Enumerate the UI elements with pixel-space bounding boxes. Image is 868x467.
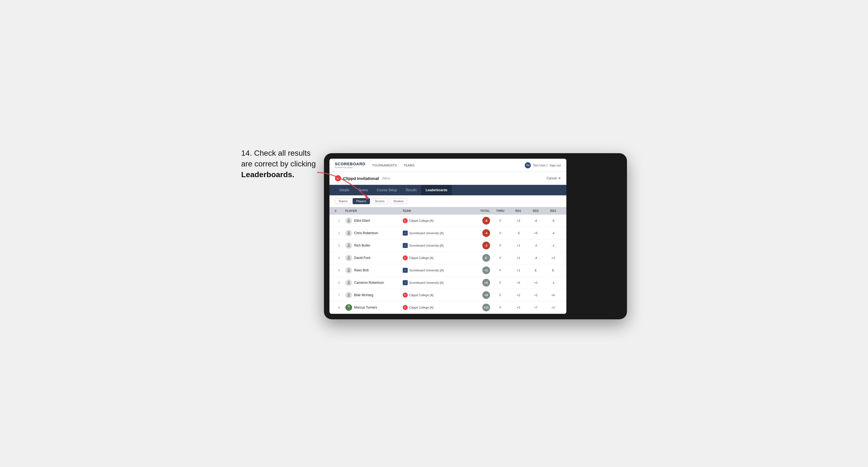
col-team: TEAM	[403, 209, 466, 212]
instruction-text: 14. Check all results are correct by cli…	[241, 148, 316, 180]
svg-marker-0	[365, 194, 369, 199]
filter-scores-button[interactable]: Scores	[372, 198, 388, 204]
avatar	[345, 242, 352, 249]
avatar	[345, 292, 352, 299]
team-cell: C Clippd College [A]	[403, 305, 466, 310]
user-name: Test User |	[533, 164, 547, 167]
col-player: PLAYER	[345, 209, 401, 212]
rd1-cell: +2	[511, 293, 526, 297]
avatar	[345, 255, 352, 261]
col-rank: #	[335, 209, 343, 212]
row-rank: 3	[335, 244, 343, 247]
sign-out-link[interactable]: Sign out	[550, 164, 561, 167]
table-row: 8 Marcus Turners C Clipp	[330, 302, 566, 314]
cancel-label: Cancel	[547, 176, 557, 180]
team-icon: C	[403, 218, 408, 223]
player-cell: Rich Butler	[345, 242, 401, 249]
player-cell: Chris Robertson	[345, 230, 401, 237]
rd3-cell: +6	[546, 293, 561, 297]
score-badge: +1	[482, 267, 490, 274]
table-row: 7 Blair McHarg C Clippd College [A] +9	[330, 289, 566, 302]
score-badge: -2	[482, 242, 490, 249]
svg-point-6	[348, 281, 350, 283]
player-cell: Blair McHarg	[345, 292, 401, 299]
nav-teams[interactable]: TEAMS	[404, 162, 414, 168]
svg-point-4	[348, 256, 350, 258]
player-name: Marcus Turners	[354, 306, 377, 309]
player-name: Rich Butler	[354, 244, 371, 247]
rd1-cell: +1	[511, 244, 526, 247]
player-cell: Rees Britt	[345, 267, 401, 274]
filter-strokes-button[interactable]: Strokes	[390, 198, 407, 204]
nav-tournaments[interactable]: TOURNAMENTS	[372, 162, 397, 168]
rd2-cell: +1	[528, 293, 544, 297]
rd1-cell: +5	[511, 281, 526, 284]
table-row: 5 Rees Britt ≡ Scoreboard University [A]…	[330, 264, 566, 277]
rd3-cell: -4	[546, 231, 561, 235]
logo-text: SCOREBOARD	[335, 162, 366, 166]
rd2-cell: +5	[528, 231, 544, 235]
team-icon: ≡	[403, 243, 408, 248]
thru-cell: F	[492, 231, 509, 235]
player-cell: David Ford	[345, 255, 401, 261]
svg-point-7	[348, 293, 350, 295]
team-name: Scoreboard University [A]	[409, 269, 444, 272]
player-name: Chris Robertson	[354, 231, 378, 235]
rd1-cell: -5	[511, 231, 526, 235]
player-cell: Cameron Robertson	[345, 279, 401, 286]
rd1-cell: +2	[511, 306, 526, 309]
score-badge: -4	[482, 229, 490, 237]
team-name: Clippd College [A]	[409, 219, 434, 222]
player-name: Cameron Robertson	[354, 281, 384, 285]
team-icon: ≡	[403, 230, 408, 236]
rd3-cell: +2	[546, 306, 561, 309]
col-total: TOTAL	[468, 209, 490, 212]
team-icon: ≡	[403, 268, 408, 273]
team-cell: ≡ Scoreboard University [A]	[403, 243, 466, 248]
table-row: 1 Elliot Ebert C Clippd College [A] -8	[330, 215, 566, 227]
rd1-cell: +1	[511, 256, 526, 259]
page-wrapper: 14. Check all results are correct by cli…	[241, 148, 627, 319]
player-name: Rees Britt	[354, 268, 369, 272]
rd3-cell: +3	[546, 256, 561, 259]
cancel-button[interactable]: Cancel ✕	[547, 176, 561, 180]
cancel-icon: ✕	[558, 176, 561, 180]
team-cell: ≡ Scoreboard University [A]	[403, 280, 466, 285]
team-name: Scoreboard University [A]	[409, 244, 444, 247]
avatar	[345, 279, 352, 286]
rd2-cell: -6	[528, 219, 544, 222]
nav-links: TOURNAMENTS TEAMS	[372, 162, 525, 168]
rd2-cell: -4	[528, 256, 544, 259]
rd2-cell: +7	[528, 306, 544, 309]
thru-cell: F	[492, 293, 509, 297]
row-rank: 2	[335, 231, 343, 235]
row-rank: 4	[335, 256, 343, 259]
thru-cell: F	[492, 281, 509, 284]
team-icon: C	[403, 292, 408, 298]
table-row: 2 Chris Robertson ≡ Scoreboard Universit…	[330, 227, 566, 240]
team-name: Clippd College [A]	[409, 293, 434, 297]
team-name: Scoreboard University [A]	[409, 231, 444, 235]
score-badge: +9	[482, 291, 490, 299]
team-cell: C Clippd College [A]	[403, 255, 466, 260]
svg-point-1	[348, 219, 350, 221]
rd1-cell: +3	[511, 219, 526, 222]
row-rank: 7	[335, 293, 343, 297]
table-header: # PLAYER TEAM TOTAL THRU RD1 RD2 RD3	[330, 207, 566, 215]
avatar	[345, 230, 352, 237]
col-thru: THRU	[492, 209, 509, 212]
table-row: 3 Rich Butler ≡ Scoreboard University [A…	[330, 240, 566, 252]
arrow-annotation	[312, 170, 372, 204]
user-avatar: TU	[525, 162, 531, 168]
score-badge: E	[482, 254, 490, 262]
team-cell: C Clippd College [A]	[403, 292, 466, 298]
team-icon: C	[403, 255, 408, 260]
svg-point-9	[348, 305, 350, 308]
team-name: Scoreboard University [A]	[409, 281, 444, 284]
tab-results[interactable]: Results	[401, 185, 421, 195]
player-name: Elliot Ebert	[354, 219, 370, 223]
tab-course-setup[interactable]: Course Setup	[372, 185, 401, 195]
tab-leaderboards[interactable]: Leaderboards	[421, 185, 452, 195]
team-name: Clippd College [A]	[409, 306, 434, 309]
team-cell: C Clippd College [A]	[403, 218, 466, 223]
